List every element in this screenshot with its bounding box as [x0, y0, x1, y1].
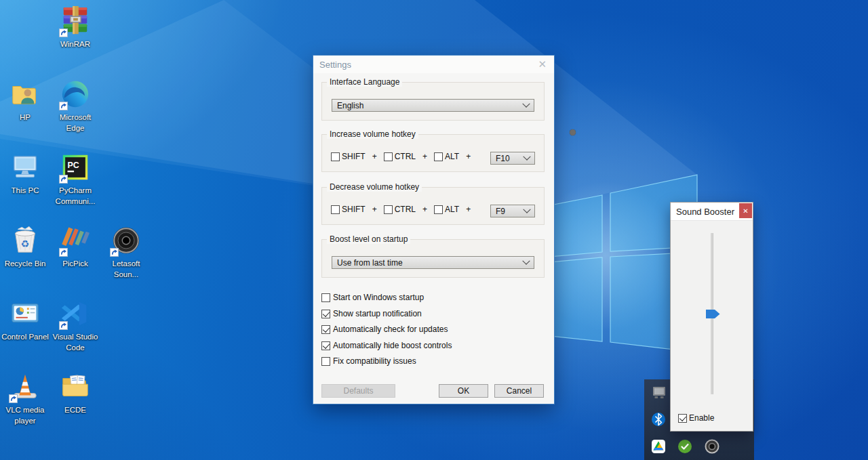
winrar-icon: [60, 5, 91, 37]
shortcut-arrow-icon: [59, 321, 68, 330]
ecde-folder-icon: [60, 371, 91, 402]
shortcut-arrow-icon: [59, 28, 68, 37]
shift-checkbox[interactable]: [331, 205, 340, 214]
cursor-dot: [570, 129, 576, 135]
boost-slider-thumb[interactable]: [706, 309, 720, 318]
chevron-down-icon: [522, 100, 530, 107]
vlc-icon: [9, 371, 41, 402]
shortcut-arrow-icon: [9, 394, 18, 403]
desktop-icon-label: HP: [0, 112, 50, 123]
plus-separator: +: [422, 205, 427, 214]
shortcut-arrow-icon: [59, 175, 68, 184]
defaults-button[interactable]: Defaults: [321, 384, 395, 398]
desktop-icon-label: Microsoft Edge: [50, 112, 100, 133]
plus-separator: +: [372, 152, 377, 161]
ok-button[interactable]: OK: [439, 384, 488, 398]
alt-checkbox[interactable]: [434, 152, 443, 161]
desktop-screen: WinRAR HP Microsoft Edge: [0, 0, 868, 460]
increase-key-select[interactable]: F10: [490, 152, 535, 165]
desktop-icon-label: PicPick: [50, 258, 100, 269]
shift-checkbox[interactable]: [331, 152, 340, 161]
shortcut-arrow-icon: [110, 248, 119, 257]
auto-check-updates-checkbox[interactable]: [321, 325, 330, 334]
edge-icon: [60, 79, 91, 110]
auto-hide-boost-controls-checkbox[interactable]: [321, 341, 330, 350]
checkbox-label: Automatically hide boost controls: [333, 341, 452, 350]
cancel-button[interactable]: Cancel: [494, 384, 544, 398]
recycle-bin-icon: ♻: [9, 225, 41, 256]
desktop-icon-hp[interactable]: HP: [0, 79, 50, 123]
svg-text:♻: ♻: [21, 238, 30, 249]
plus-separator: +: [466, 152, 471, 161]
shortcut-arrow-icon: [59, 102, 68, 110]
fix-compatibility-issues-checkbox[interactable]: [321, 357, 330, 366]
desktop-icon-ecde[interactable]: ECDE: [50, 371, 100, 415]
desktop-icon-vscode[interactable]: Visual Studio Code: [50, 298, 100, 353]
this-pc-icon: [9, 152, 41, 183]
desktop-icon-microsoft-edge[interactable]: Microsoft Edge: [50, 79, 100, 133]
desktop-icon-label: Recycle Bin: [0, 258, 50, 269]
enable-checkbox[interactable]: [678, 414, 687, 423]
show-startup-notification-checkbox[interactable]: [321, 310, 330, 318]
increase-hotkey-group: Increase volume hotkey SHIFT + CTRL + AL…: [321, 134, 545, 172]
checkbox-label: Start on Windows startup: [333, 293, 424, 302]
decrease-hotkey-group: Decrease volume hotkey SHIFT + CTRL + AL…: [321, 187, 545, 225]
chevron-down-icon: [523, 152, 530, 160]
speaker-icon: [111, 225, 142, 256]
desktop-icon-winrar[interactable]: WinRAR: [50, 5, 100, 49]
interface-language-group: Interface Language English: [321, 82, 545, 121]
display-icon[interactable]: [651, 384, 667, 400]
ctrl-checkbox[interactable]: [384, 152, 393, 161]
desktop-icon-letasoft-sound-booster[interactable]: Letasoft Soun...: [101, 225, 151, 280]
control-panel-icon: [9, 298, 41, 329]
ctrl-checkbox[interactable]: [384, 205, 393, 214]
chevron-down-icon: [523, 205, 530, 213]
group-label: Increase volume hotkey: [327, 129, 418, 139]
start-on-windows-startup-checkbox[interactable]: [321, 293, 330, 302]
group-label: Decrease volume hotkey: [327, 182, 422, 192]
sound-booster-titlebar[interactable]: Sound Booster ✕: [671, 203, 753, 221]
boost-level-value: Use from last time: [337, 258, 403, 268]
sound-booster-title: Sound Booster: [676, 207, 734, 217]
checkbox-label: Show startup notification: [333, 309, 422, 318]
close-button[interactable]: ✕: [739, 203, 752, 218]
settings-dialog: Settings ✕ Interface Language English In…: [313, 55, 555, 404]
plus-separator: +: [422, 152, 427, 161]
sound-booster-tray-icon[interactable]: [704, 438, 720, 455]
desktop-icon-label: ECDE: [50, 404, 100, 415]
desktop-icon-pycharm[interactable]: PC PyCharm Communi...: [50, 152, 100, 207]
alt-checkbox[interactable]: [434, 205, 443, 214]
google-drive-icon[interactable]: [650, 438, 667, 455]
boost-slider-track[interactable]: [711, 233, 713, 394]
bluetooth-icon[interactable]: [650, 411, 667, 427]
modifier-label: CTRL: [395, 152, 416, 161]
svg-text:PC: PC: [68, 161, 79, 170]
boost-level-select[interactable]: Use from last time: [332, 256, 534, 269]
settings-titlebar[interactable]: Settings ✕: [313, 56, 554, 73]
group-label: Interface Language: [327, 77, 402, 87]
desktop-icon-control-panel[interactable]: Control Panel: [0, 298, 50, 342]
enable-label: Enable: [689, 413, 714, 423]
chevron-down-icon: [522, 257, 530, 264]
update-ok-icon[interactable]: [677, 438, 693, 455]
desktop-icon-label: Control Panel: [0, 331, 50, 342]
language-select[interactable]: English: [332, 99, 534, 112]
shortcut-arrow-icon: [59, 248, 68, 257]
key-value: F9: [496, 207, 505, 216]
modifier-label: CTRL: [395, 205, 416, 214]
desktop-icon-picpick[interactable]: PicPick: [50, 225, 100, 269]
settings-title: Settings: [319, 60, 351, 70]
desktop-icon-label: VLC media player: [0, 404, 50, 426]
desktop-icon-this-pc[interactable]: This PC: [0, 152, 50, 196]
close-icon[interactable]: ✕: [538, 58, 547, 70]
desktop-icon-recycle-bin[interactable]: ♻ Recycle Bin: [0, 225, 50, 269]
desktop-icon-label: WinRAR: [50, 39, 100, 49]
decrease-key-select[interactable]: F9: [490, 205, 535, 217]
modifier-label: SHIFT: [342, 152, 366, 161]
desktop-icon-label: Visual Studio Code: [50, 331, 100, 353]
checkbox-label: Automatically check for updates: [333, 325, 448, 334]
group-label: Boost level on startup: [327, 234, 410, 244]
plus-separator: +: [466, 205, 471, 214]
hp-folder-icon: [9, 79, 41, 110]
desktop-icon-vlc[interactable]: VLC media player: [0, 371, 50, 426]
